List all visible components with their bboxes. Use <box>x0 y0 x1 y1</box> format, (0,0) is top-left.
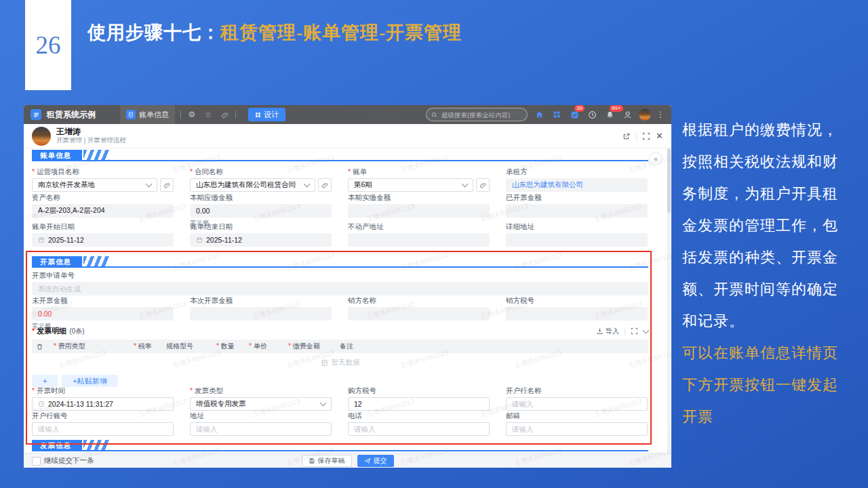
close-icon[interactable]: ✕ <box>656 131 663 141</box>
field-this-invoice-amount: 本次开票金额 <box>190 296 332 321</box>
chevron-down-icon <box>462 181 469 188</box>
chevron-down-icon <box>146 181 153 188</box>
paperclip-link-button[interactable] <box>476 178 490 192</box>
section-divider <box>32 160 648 161</box>
add-row-button[interactable]: + <box>32 375 58 387</box>
project-value: 南京软件开发基地 <box>38 180 95 190</box>
scrollbar[interactable] <box>667 148 671 453</box>
todo-badge: 39 <box>574 105 585 112</box>
field-tenant: 承租方 山东思为建筑有限公司 <box>506 167 648 192</box>
section-invoicing-title: 开票信息 <box>32 256 82 268</box>
trash-icon[interactable] <box>32 343 50 350</box>
star-icon[interactable]: ☆ <box>203 109 214 120</box>
invoice-type-select[interactable]: 增值税专用发票 <box>190 397 332 411</box>
field-label: 销方名称 <box>348 296 376 304</box>
slide-title-highlight: 租赁管理-账单管理-开票管理 <box>220 22 462 43</box>
todo-icon[interactable]: 39 <box>568 108 580 121</box>
tab-bill-info[interactable]: 账单信息 <box>120 105 175 124</box>
save-draft-button[interactable]: 保存草稿 <box>302 455 352 467</box>
expand-icon[interactable] <box>631 327 638 335</box>
share-icon[interactable] <box>623 132 631 140</box>
document-icon <box>126 110 136 119</box>
field-bill: 账单 第6期 <box>348 167 490 192</box>
field-label: 详细地址 <box>506 222 534 230</box>
field-label: 账单结束日期 <box>190 222 233 230</box>
col-tax-rate: 税率 <box>130 342 162 351</box>
search-input[interactable] <box>440 110 522 119</box>
design-button[interactable]: 设计 <box>248 108 285 121</box>
global-search[interactable] <box>426 108 528 121</box>
ribbon-decoration <box>83 256 109 268</box>
tab-bill-info-label: 账单信息 <box>139 110 169 120</box>
field-label: 本次开票金额 <box>190 296 233 304</box>
paste-add-button[interactable]: +粘贴新增 <box>62 375 117 387</box>
bank-account-box <box>32 422 174 436</box>
field-label: 运营项目名称 <box>37 167 79 176</box>
section-receipt-info: 发票信息 <box>32 440 109 451</box>
calendar-icon <box>38 237 45 243</box>
record-subtitle: 开票管理 | 开票管理流程 <box>56 136 126 144</box>
buyer-tax-no-box <box>348 397 490 411</box>
submit-button[interactable]: 提交 <box>357 455 394 467</box>
kebab-menu-icon[interactable]: ⋮ <box>656 110 665 119</box>
ribbon-decoration <box>83 440 109 451</box>
field-email: 邮箱 <box>506 411 648 436</box>
tenant-value-link[interactable]: 山东思为建筑有限公司 <box>512 180 583 190</box>
seller-name-readonly <box>348 307 490 321</box>
link-icon[interactable] <box>219 109 230 120</box>
phone-input[interactable] <box>354 425 484 433</box>
record-header: 王增涛 开票管理 | 开票管理流程 ✕ <box>24 124 671 148</box>
field-label: 账单 <box>353 167 367 176</box>
app-window: 租赁系统示例 账单信息 ⚙ ☆ 设计 <box>24 105 671 468</box>
paperclip-link-button[interactable] <box>318 178 332 192</box>
slide-description: 根据租户的缴费情况，按照相关税收法规和财务制度，为租户开具租金发票的管理工作，包… <box>682 114 846 432</box>
field-contract-name: 合同名称 山东思为建筑有限公司租赁合同 <box>190 167 332 192</box>
address-box <box>190 422 332 436</box>
section-divider <box>32 450 648 451</box>
bank-name-input[interactable] <box>512 400 642 408</box>
user-icon[interactable] <box>621 108 633 121</box>
field-buyer-tax-no: 购方税号 <box>348 386 490 411</box>
phone-box <box>348 422 490 436</box>
app-logo-icon[interactable] <box>31 109 41 120</box>
user-avatar[interactable] <box>639 108 651 121</box>
home-icon[interactable] <box>533 108 545 121</box>
slide-title: 使用步骤十七：租赁管理-账单管理-开票管理 <box>87 20 462 45</box>
field-label: 本期实缴金额 <box>348 193 391 201</box>
divider <box>636 132 637 140</box>
import-button[interactable]: 导入 <box>596 327 619 336</box>
address-input[interactable] <box>196 425 326 433</box>
bell-icon[interactable]: 99+ <box>604 108 616 121</box>
contract-select[interactable]: 山东思为建筑有限公司租赁合同 <box>190 178 315 192</box>
field-label: 购方税号 <box>348 386 376 394</box>
bank-account-input[interactable] <box>38 425 167 433</box>
field-label: 本期应缴金额 <box>190 193 233 201</box>
section-divider <box>32 266 648 268</box>
field-bank-name: 开户行名称 <box>506 386 648 411</box>
collapse-panel-button[interactable]: « <box>649 152 663 165</box>
history-clock-icon[interactable] <box>586 108 598 121</box>
bill-select[interactable]: 第6期 <box>348 178 473 192</box>
field-label: 开票时间 <box>37 386 65 394</box>
divider <box>625 327 625 336</box>
app-name: 租赁系统示例 <box>47 109 96 121</box>
form-footer: 继续提交下一条 保存草稿 提交 <box>24 453 671 468</box>
paperclip-link-button[interactable] <box>160 178 174 192</box>
invoice-time-picker[interactable]: 2024-11-13 11:31:27 <box>32 397 174 411</box>
field-label: 销方税号 <box>506 296 534 304</box>
design-button-label: 设计 <box>264 110 279 120</box>
fullscreen-icon[interactable] <box>642 132 650 140</box>
field-label: 电话 <box>348 411 362 420</box>
field-seller-tax-no: 销方税号 <box>506 296 648 321</box>
search-icon <box>431 112 437 118</box>
email-input[interactable] <box>512 425 642 433</box>
apps-grid-icon[interactable] <box>551 108 563 121</box>
gear-icon[interactable]: ⚙ <box>186 109 197 120</box>
field-bank-account: 开户行账号 <box>32 411 174 436</box>
chevron-down-icon[interactable] <box>643 327 650 333</box>
project-select[interactable]: 南京软件开发基地 <box>32 178 157 192</box>
field-label: 已开票金额 <box>506 193 542 201</box>
buyer-tax-no-input[interactable] <box>354 400 484 408</box>
col-unit-price: 单价 <box>245 342 284 351</box>
scrollbar-thumb[interactable] <box>667 148 671 213</box>
